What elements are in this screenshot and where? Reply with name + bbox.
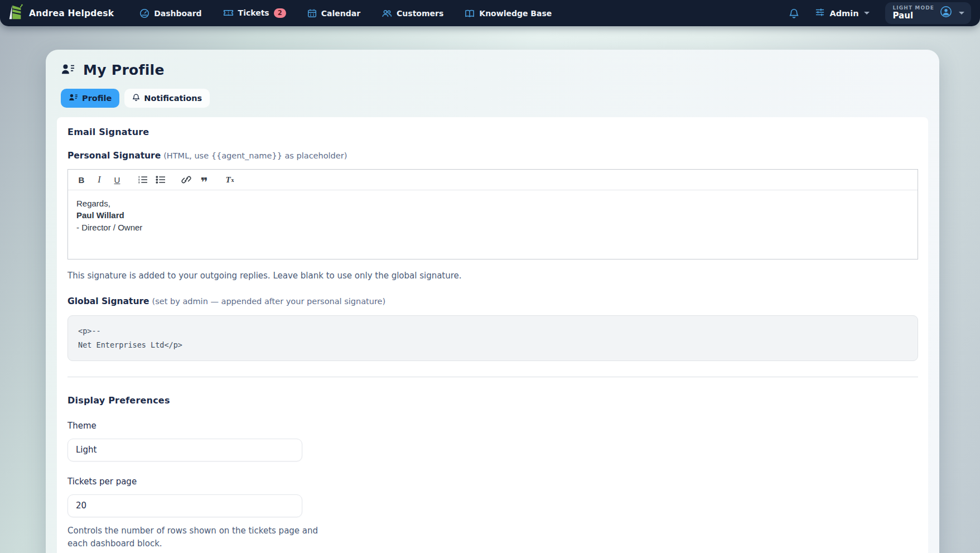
page-title: My Profile (57, 62, 928, 78)
notifications-bell-icon[interactable] (789, 8, 799, 19)
signature-line: Regards, (76, 198, 909, 209)
tickets-per-page-input[interactable] (67, 494, 302, 517)
underline-button[interactable]: U (109, 172, 125, 187)
nav-item-label: Knowledge Base (479, 9, 552, 18)
nav-item-label: Tickets (238, 8, 269, 17)
nav-item-label: Dashboard (154, 9, 201, 18)
user-menu[interactable]: LIGHT MODE Paul (885, 2, 971, 24)
chevron-down-icon (959, 12, 964, 15)
avatar-icon (940, 6, 952, 20)
display-preferences-heading: Display Preferences (67, 395, 918, 406)
personal-signature-hint: This signature is added to your outgoing… (67, 271, 918, 281)
signature-editor-body[interactable]: Regards, Paul Willard - Director / Owner (68, 190, 918, 259)
user-details-icon (69, 93, 78, 103)
brand[interactable]: Andrea Helpdesk (7, 3, 114, 23)
bell-icon (132, 93, 140, 103)
editor-toolbar: B I U (68, 170, 918, 190)
nav-item-customers[interactable]: Customers (382, 9, 443, 18)
global-signature-note: (set by admin — appended after your pers… (152, 297, 386, 306)
user-meta: LIGHT MODE Paul (892, 5, 934, 21)
profile-form-panel: Email Signature Personal Signature (HTML… (57, 117, 928, 553)
code-line: <p>-- (78, 324, 907, 338)
theme-label: Theme (67, 421, 918, 431)
global-signature-code: <p>-- Net Enterprises Ltd</p> (67, 315, 918, 361)
admin-label: Admin (829, 9, 858, 18)
global-signature-label-strong: Global Signature (67, 296, 149, 306)
top-navbar: Andrea Helpdesk Dashboard (0, 0, 980, 26)
admin-menu[interactable]: Admin (815, 8, 870, 18)
user-name: Paul (892, 11, 934, 21)
email-signature-heading: Email Signature (67, 127, 918, 137)
nav-item-calendar[interactable]: Calendar (307, 8, 360, 18)
nav-right-cluster: Admin LIGHT MODE Paul (789, 2, 971, 24)
bold-button[interactable]: B (74, 172, 89, 187)
signature-line: Paul Willard (76, 209, 909, 221)
italic-button[interactable]: I (91, 172, 107, 187)
brand-name: Andrea Helpdesk (29, 8, 114, 18)
primary-nav: Dashboard Tickets 2 (139, 8, 552, 18)
tickets-per-page-hint: Controls the number of rows shown on the… (67, 525, 330, 551)
nav-item-knowledge-base[interactable]: Knowledge Base (465, 9, 552, 18)
user-details-icon (61, 63, 75, 78)
ticket-icon (223, 8, 234, 17)
page-title-text: My Profile (83, 62, 165, 78)
profile-tabs: Profile Notifications (61, 89, 928, 108)
clear-formatting-button[interactable]: Tx (222, 172, 238, 187)
tab-label: Profile (82, 94, 112, 103)
link-button[interactable] (178, 172, 194, 187)
section-divider (67, 377, 918, 377)
global-signature-label: Global Signature (set by admin — appende… (67, 296, 918, 306)
tab-profile[interactable]: Profile (61, 89, 119, 108)
code-line: Net Enterprises Ltd</p> (78, 338, 907, 352)
personal-signature-label: Personal Signature (HTML, use {{agent_na… (67, 151, 918, 161)
blockquote-button[interactable]: ❞ (196, 172, 212, 187)
clear-formatting-t: T (225, 175, 230, 185)
theme-select[interactable]: Light (67, 439, 302, 461)
sliders-icon (815, 8, 825, 18)
unordered-list-button[interactable] (153, 172, 168, 187)
clear-formatting-x: x (231, 177, 234, 183)
ordered-list-button[interactable] (135, 172, 151, 187)
profile-card: My Profile Profile Notifi (46, 50, 939, 553)
nav-item-label: Customers (397, 9, 443, 18)
app-logo-icon (7, 3, 23, 23)
tab-label: Notifications (144, 94, 202, 103)
dashboard-icon (139, 8, 149, 18)
knowledge-base-icon (465, 9, 475, 18)
personal-signature-label-strong: Personal Signature (67, 151, 161, 161)
chevron-down-icon (864, 12, 870, 15)
theme-mode-label: LIGHT MODE (892, 5, 934, 11)
nav-item-dashboard[interactable]: Dashboard (139, 8, 201, 18)
personal-signature-note: (HTML, use {{agent_name}} as placeholder… (163, 151, 347, 160)
signature-line: - Director / Owner (76, 222, 909, 233)
tickets-count-badge: 2 (274, 8, 286, 18)
calendar-icon (307, 8, 317, 18)
tab-notifications[interactable]: Notifications (124, 89, 210, 108)
nav-item-tickets[interactable]: Tickets 2 (223, 8, 286, 18)
tickets-per-page-label: Tickets per page (67, 477, 918, 487)
signature-editor: B I U (67, 169, 918, 259)
nav-item-label: Calendar (321, 9, 360, 18)
customers-icon (382, 9, 392, 18)
